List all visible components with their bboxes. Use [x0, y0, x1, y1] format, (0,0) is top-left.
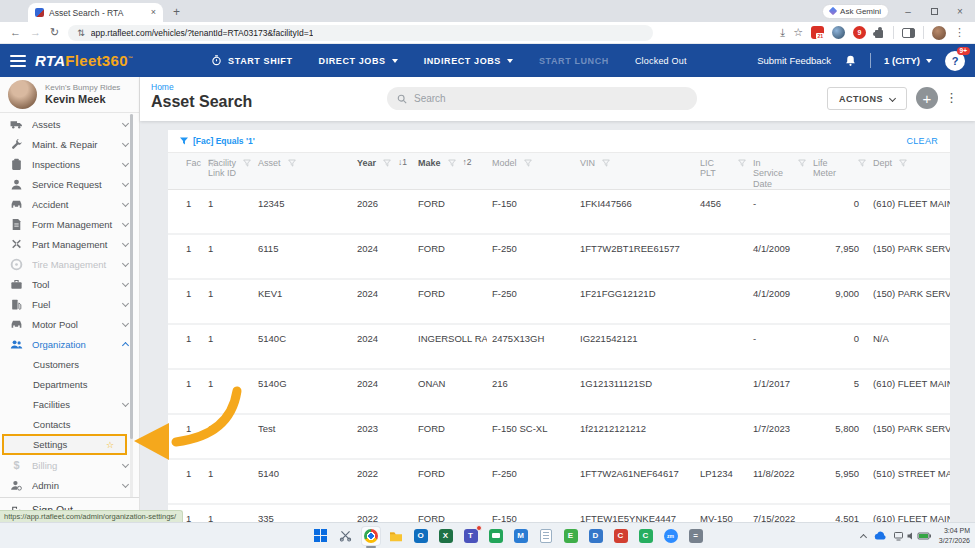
- sidebar-item-accident[interactable]: Accident: [0, 194, 139, 214]
- sidebar-item-facilities[interactable]: Facilities: [0, 394, 139, 414]
- clear-filter-button[interactable]: CLEAR: [906, 136, 938, 146]
- window-maximize-button[interactable]: [927, 6, 941, 17]
- sidebar-item-motor-pool[interactable]: Motor Pool: [0, 314, 139, 334]
- sidebar-item-assets[interactable]: Assets: [0, 114, 139, 134]
- table-row[interactable]: 1161152024FORDF-2501FT7W2BT1REE615774/1/…: [168, 235, 950, 280]
- database-icon[interactable]: D: [587, 527, 605, 545]
- column-header-model[interactable]: Model: [487, 153, 575, 189]
- extensions-puzzle-icon[interactable]: [874, 27, 885, 38]
- sidebar-item-tire-management[interactable]: Tire Management: [0, 254, 139, 274]
- outlook-icon[interactable]: O: [412, 527, 430, 545]
- column-filter-icon[interactable]: [288, 159, 296, 167]
- favorite-star-icon[interactable]: ☆: [106, 440, 114, 450]
- hamburger-menu-icon[interactable]: [10, 55, 26, 67]
- site-settings-icon[interactable]: ⇅: [77, 28, 85, 38]
- sidebar-scrollbar-thumb[interactable]: [130, 114, 133, 439]
- notepad-icon[interactable]: [537, 527, 555, 545]
- app-logo[interactable]: RTAFleet360™: [35, 52, 133, 69]
- onedrive-cloud-icon[interactable]: [873, 531, 887, 541]
- forward-icon[interactable]: →: [30, 27, 41, 38]
- column-filter-icon[interactable]: [448, 159, 456, 167]
- back-icon[interactable]: ←: [10, 27, 21, 38]
- column-filter-icon[interactable]: [858, 159, 866, 167]
- start-shift-button[interactable]: START SHIFT: [211, 55, 292, 66]
- side-panel-icon[interactable]: [902, 28, 915, 38]
- submit-feedback-button[interactable]: Submit Feedback: [757, 55, 831, 66]
- column-header-vin[interactable]: VIN: [575, 153, 695, 189]
- column-filter-icon[interactable]: [899, 159, 907, 167]
- column-header-asset[interactable]: Asset: [253, 153, 352, 189]
- search-bar[interactable]: [387, 87, 697, 110]
- column-header-in-service-date[interactable]: In Service Date: [748, 153, 808, 189]
- table-row[interactable]: 11Test2023FORDF-150 SC-XL1f212121212121/…: [168, 415, 950, 460]
- ask-gemini-button[interactable]: Ask Gemini: [822, 4, 889, 19]
- sort-indicator[interactable]: ↓1: [398, 158, 407, 168]
- install-icon[interactable]: ⤓: [780, 27, 785, 38]
- sidebar-item-customers[interactable]: Customers: [0, 354, 139, 374]
- browser-profile-avatar[interactable]: [932, 26, 946, 40]
- add-button[interactable]: +: [916, 87, 938, 109]
- window-close-button[interactable]: ×: [953, 6, 967, 17]
- search-input[interactable]: [414, 93, 687, 104]
- column-header-make[interactable]: Make↑2: [413, 153, 487, 189]
- tray-status-icons[interactable]: [894, 530, 932, 542]
- sidebar-item-departments[interactable]: Departments: [0, 374, 139, 394]
- column-header-dept[interactable]: Dept: [868, 153, 950, 189]
- sidebar-item-maint-repair[interactable]: Maint. & Repair: [0, 134, 139, 154]
- direct-jobs-menu[interactable]: DIRECT JOBS: [319, 56, 398, 66]
- sidebar-item-admin[interactable]: Admin: [0, 475, 139, 495]
- column-header-fac[interactable]: Fac: [181, 153, 203, 189]
- file-explorer-icon[interactable]: [387, 527, 405, 545]
- column-header-facility-link-id[interactable]: Facility Link ID: [203, 153, 253, 189]
- column-filter-icon[interactable]: [383, 159, 391, 167]
- mail-icon[interactable]: M: [512, 527, 530, 545]
- sidebar-item-inspections[interactable]: Inspections: [0, 154, 139, 174]
- help-button[interactable]: ? 9+: [945, 51, 965, 71]
- calculator-icon[interactable]: =: [687, 527, 705, 545]
- notification-extension-icon[interactable]: 9: [853, 26, 866, 39]
- breadcrumb[interactable]: Home: [151, 82, 174, 92]
- user-profile[interactable]: Kevin's Bumpy Rides Kevin Meek: [0, 77, 139, 113]
- extension-icon[interactable]: [832, 26, 845, 39]
- sidebar-item-part-management[interactable]: Part Management: [0, 234, 139, 254]
- editor-icon[interactable]: E: [562, 527, 580, 545]
- actions-button[interactable]: ACTIONS: [827, 87, 907, 110]
- chrome-icon[interactable]: [362, 527, 380, 545]
- camtasia-icon[interactable]: C: [612, 527, 630, 545]
- sidebar-item-organization[interactable]: Organization: [0, 334, 139, 354]
- column-filter-icon[interactable]: [798, 159, 806, 167]
- sidebar-item-contacts[interactable]: Contacts: [0, 414, 139, 434]
- notifications-bell-icon[interactable]: [844, 54, 857, 67]
- window-minimize-button[interactable]: –: [901, 6, 915, 17]
- excel-icon[interactable]: X: [437, 527, 455, 545]
- address-bar[interactable]: ⇅ app.rtafleet.com/vehicles/?tenantId=RT…: [68, 25, 653, 41]
- capture-icon[interactable]: C: [637, 527, 655, 545]
- sidebar-item-settings[interactable]: Settings☆: [2, 434, 127, 455]
- page-menu-icon[interactable]: ⋮: [945, 90, 958, 105]
- facility-selector[interactable]: 1 (CITY): [884, 55, 932, 66]
- column-filter-icon[interactable]: [243, 159, 251, 167]
- table-row[interactable]: 11123452026FORDF-1501FKI4475664456-0(610…: [168, 190, 950, 235]
- browser-tab[interactable]: Asset Search - RTA ×: [28, 3, 163, 22]
- zoom-icon[interactable]: zm: [662, 527, 680, 545]
- refresh-icon[interactable]: ↻: [50, 27, 59, 38]
- table-row[interactable]: 113352022FORDF-1501FTEW1E5YNKE4447MV-150…: [168, 505, 950, 522]
- indirect-jobs-menu[interactable]: INDIRECT JOBS: [424, 56, 513, 66]
- bookmark-star-icon[interactable]: ☆: [793, 27, 803, 38]
- table-row[interactable]: 11KEV12024FORDF-2501F21FGG12121D4/1/2009…: [168, 280, 950, 325]
- sidebar-item-service-request[interactable]: Service Request: [0, 174, 139, 194]
- calendar-extension-icon[interactable]: 21: [811, 26, 824, 39]
- column-header-lic-plt[interactable]: LIC PLT: [695, 153, 748, 189]
- table-row[interactable]: 115140G2024ONAN2161G121311121SD1/1/20175…: [168, 370, 950, 415]
- tab-close-icon[interactable]: ×: [151, 8, 156, 17]
- column-filter-icon[interactable]: [738, 159, 746, 167]
- column-header-life-meter[interactable]: Life Meter: [808, 153, 868, 189]
- teams-icon[interactable]: T: [462, 527, 480, 545]
- taskbar-clock[interactable]: 3:04 PM 3/27/2026: [939, 526, 970, 545]
- column-header-year[interactable]: Year↓1: [352, 153, 413, 189]
- tray-chevron-icon[interactable]: [860, 533, 867, 540]
- column-filter-icon[interactable]: [602, 159, 610, 167]
- sidebar-item-fuel[interactable]: Fuel: [0, 294, 139, 314]
- table-row[interactable]: 115140C2024INGERSOLL RAND2475X13GHIG2215…: [168, 325, 950, 370]
- sidebar-item-tool[interactable]: Tool: [0, 274, 139, 294]
